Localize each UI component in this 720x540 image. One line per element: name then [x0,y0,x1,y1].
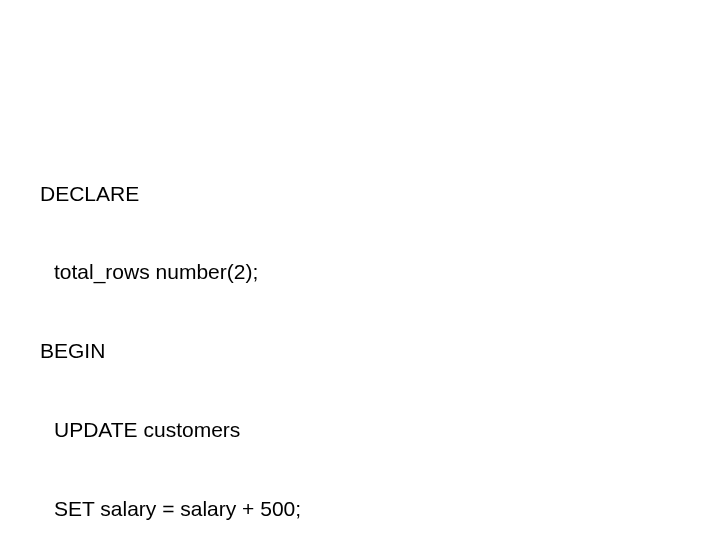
code-line: DECLARE [40,181,680,207]
code-line: SET salary = salary + 500; [40,496,680,522]
code-line: total_rows number(2); [40,259,680,285]
code-line: UPDATE customers [40,417,680,443]
code-block: DECLARE total_rows number(2); BEGIN UPDA… [40,128,680,540]
code-line: BEGIN [40,338,680,364]
slide: DECLARE total_rows number(2); BEGIN UPDA… [0,0,720,540]
